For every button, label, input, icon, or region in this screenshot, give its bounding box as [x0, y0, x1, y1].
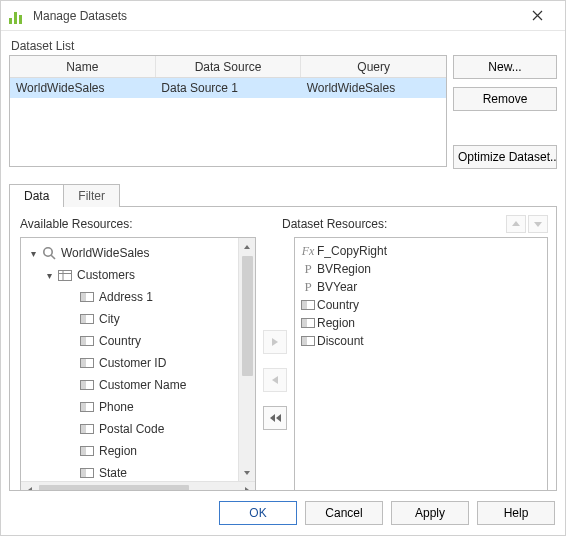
tree-item-label: Customer Name [99, 378, 186, 392]
field-icon [79, 466, 95, 480]
footer: OK Cancel Apply Help [1, 491, 565, 535]
tree-item[interactable]: ▸Customer ID [25, 352, 255, 374]
tree-item[interactable]: ▸State [25, 462, 255, 481]
list-item[interactable]: Region [299, 314, 543, 332]
tree-item[interactable]: ▾WorldWideSales [25, 242, 255, 264]
available-label: Available Resources: [20, 217, 282, 231]
list-item-label: BVYear [317, 280, 357, 294]
remove-all-button[interactable] [263, 406, 287, 430]
list-item[interactable]: PBVRegion [299, 260, 543, 278]
dataset-resources-label: Dataset Resources: [282, 217, 504, 231]
arrow-up-icon [511, 219, 521, 229]
available-tree[interactable]: ▾WorldWideSales▾Customers▸Address 1▸City… [20, 237, 256, 491]
close-button[interactable] [517, 2, 557, 30]
grid-row[interactable]: WorldWideSales Data Source 1 WorldWideSa… [10, 78, 446, 98]
parameter-icon: P [299, 279, 317, 295]
tree-item[interactable]: ▸Phone [25, 396, 255, 418]
optimize-button[interactable]: Optimize Dataset... [453, 145, 557, 169]
field-icon [79, 356, 95, 370]
remove-button[interactable]: Remove [453, 87, 557, 111]
field-icon [299, 318, 317, 328]
horizontal-scrollbar[interactable] [21, 481, 255, 491]
scroll-up-icon[interactable] [239, 238, 255, 255]
tree-item[interactable]: ▸Region [25, 440, 255, 462]
formula-icon: Fx [299, 244, 317, 259]
tree-item-label: Region [99, 444, 137, 458]
move-down-button[interactable] [528, 215, 548, 233]
cell-datasource: Data Source 1 [155, 78, 300, 98]
ok-button[interactable]: OK [219, 501, 297, 525]
dataset-grid[interactable]: Name Data Source Query WorldWideSales Da… [9, 55, 447, 167]
top-area: Name Data Source Query WorldWideSales Da… [9, 55, 557, 169]
side-buttons: New... Remove Optimize Dataset... [453, 55, 557, 169]
titlebar: Manage Datasets [1, 1, 565, 31]
expand-toggle-icon[interactable]: ▾ [43, 270, 55, 281]
field-icon [79, 444, 95, 458]
help-button[interactable]: Help [477, 501, 555, 525]
svg-rect-2 [59, 270, 72, 280]
arrow-down-icon [533, 219, 543, 229]
grid-header: Name Data Source Query [10, 56, 446, 78]
scroll-right-icon[interactable] [238, 482, 255, 491]
move-up-button[interactable] [506, 215, 526, 233]
parameter-icon: P [299, 261, 317, 277]
remove-one-button[interactable] [263, 368, 287, 392]
list-item[interactable]: PBVYear [299, 278, 543, 296]
tab-bar: Data Filter [9, 183, 557, 206]
tree-item[interactable]: ▸Postal Code [25, 418, 255, 440]
content-area: Dataset List Name Data Source Query Worl… [1, 31, 565, 491]
apply-button[interactable]: Apply [391, 501, 469, 525]
tree-item-label: Customer ID [99, 356, 166, 370]
tree-item[interactable]: ▾Customers [25, 264, 255, 286]
panel-body: ▾WorldWideSales▾Customers▸Address 1▸City… [20, 237, 548, 482]
list-item-label: BVRegion [317, 262, 371, 276]
svg-rect-24 [302, 301, 307, 310]
grid-body: WorldWideSales Data Source 1 WorldWideSa… [10, 78, 446, 166]
tree-item[interactable]: ▸Customer Name [25, 374, 255, 396]
expand-toggle-icon[interactable]: ▾ [27, 248, 39, 259]
scroll-left-icon[interactable] [21, 482, 38, 491]
arrow-left-icon [269, 374, 281, 386]
tree-item-label: Customers [77, 268, 135, 282]
field-icon [79, 422, 95, 436]
cell-name: WorldWideSales [10, 78, 155, 98]
vertical-scrollbar[interactable] [238, 238, 255, 481]
dataset-list-label: Dataset List [9, 37, 557, 55]
dataset-resources-list[interactable]: FxF_CopyRightPBVRegionPBVYearCountryRegi… [294, 237, 548, 491]
list-item-label: Region [317, 316, 355, 330]
svg-rect-18 [81, 425, 86, 434]
new-button[interactable]: New... [453, 55, 557, 79]
col-datasource[interactable]: Data Source [156, 56, 302, 77]
svg-rect-10 [81, 337, 86, 346]
field-icon [79, 334, 95, 348]
tab-data[interactable]: Data [9, 184, 64, 207]
tab-filter[interactable]: Filter [63, 184, 120, 207]
svg-rect-12 [81, 359, 86, 368]
add-button[interactable] [263, 330, 287, 354]
field-icon [299, 336, 317, 346]
dialog-window: Manage Datasets Dataset List Name Data S… [0, 0, 566, 536]
col-name[interactable]: Name [10, 56, 156, 77]
panel-head: Available Resources: Dataset Resources: [20, 215, 548, 233]
tree-item[interactable]: ▸City [25, 308, 255, 330]
field-icon [79, 312, 95, 326]
col-query[interactable]: Query [301, 56, 446, 77]
svg-rect-6 [81, 293, 86, 302]
list-item[interactable]: Discount [299, 332, 543, 350]
list-item-label: F_CopyRight [317, 244, 387, 258]
tree-item[interactable]: ▸Address 1 [25, 286, 255, 308]
field-icon [79, 400, 95, 414]
tree-item-label: Phone [99, 400, 134, 414]
transfer-buttons [260, 237, 290, 482]
scroll-down-icon[interactable] [239, 464, 255, 481]
scroll-thumb[interactable] [242, 256, 253, 376]
app-icon [9, 8, 25, 24]
list-item[interactable]: Country [299, 296, 543, 314]
tree-item-label: Address 1 [99, 290, 153, 304]
cancel-button[interactable]: Cancel [305, 501, 383, 525]
list-item[interactable]: FxF_CopyRight [299, 242, 543, 260]
arrow-right-icon [269, 336, 281, 348]
svg-rect-8 [81, 315, 86, 324]
double-arrow-left-icon [268, 412, 282, 424]
tree-item[interactable]: ▸Country [25, 330, 255, 352]
